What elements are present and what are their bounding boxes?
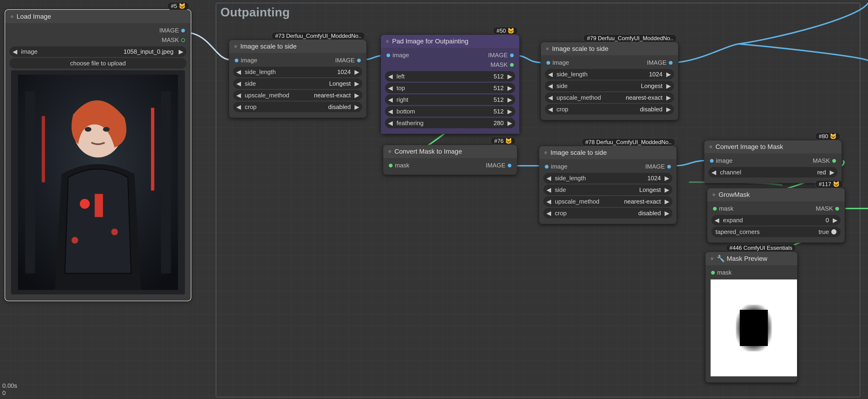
port-out-image[interactable]: IMAGE: [488, 52, 514, 59]
widget-upscale-method[interactable]: ◀upscale_methodnearest-exact▶: [233, 90, 362, 100]
node-title[interactable]: Image scale to side: [539, 146, 677, 159]
group-title: Outpainting: [216, 3, 860, 21]
svg-rect-2: [161, 91, 171, 273]
svg-point-9: [71, 237, 78, 244]
badge: #76 🐱: [491, 137, 516, 145]
stat-count: 0: [2, 390, 17, 397]
badge: #79 Derfuu_ComfyUI_ModdedNo..: [583, 34, 677, 42]
node-convert-mask-76[interactable]: #76 🐱 Convert Mask to Image mask IMAGE: [383, 145, 517, 175]
widget-side[interactable]: ◀sideLongest▶: [544, 185, 672, 195]
svg-point-8: [111, 228, 118, 235]
port-out-image[interactable]: IMAGE: [647, 59, 673, 66]
port-in-image[interactable]: image: [235, 57, 257, 64]
stats: 0.00s 0: [2, 382, 17, 397]
node-title[interactable]: Image scale to side: [229, 40, 366, 53]
widget-crop[interactable]: ◀cropdisabled▶: [544, 208, 672, 218]
node-title[interactable]: 🔧 Mask Preview: [706, 252, 797, 265]
badge: #5 🐱: [167, 2, 189, 10]
widget-side[interactable]: ◀sideLongest▶: [545, 81, 674, 91]
badge: #446 ComfyUI Essentials: [726, 244, 796, 252]
svg-rect-3: [151, 108, 154, 190]
badge: #73 Derfuu_ComfyUI_ModdedNo..: [272, 32, 365, 40]
node-image-scale-78[interactable]: #78 Derfuu_ComfyUI_ModdedNo.. Image scal…: [539, 146, 677, 224]
badge: #78 Derfuu_ComfyUI_ModdedNo..: [582, 138, 675, 146]
widget-side-length[interactable]: ◀side_length1024▶: [544, 173, 672, 183]
widget-feathering[interactable]: ◀feathering280▶: [385, 118, 515, 128]
widget-side[interactable]: ◀sideLongest▶: [233, 79, 362, 89]
port-out-image[interactable]: IMAGE: [335, 57, 361, 64]
widget-right[interactable]: ◀right512▶: [385, 95, 515, 105]
svg-rect-1: [25, 91, 35, 273]
node-title[interactable]: Convert Image to Mask: [704, 140, 842, 153]
widget-upscale-method[interactable]: ◀upscale_methodnearest-exact▶: [544, 196, 672, 207]
port-out-mask[interactable]: MASK: [488, 61, 514, 68]
port-in-image[interactable]: image: [710, 157, 733, 164]
widget-crop[interactable]: ◀cropdisabled▶: [233, 102, 362, 112]
widget-channel[interactable]: ◀channelred▶: [709, 167, 837, 178]
widget-top[interactable]: ◀top512▶: [385, 83, 515, 93]
badge: #80 🐱: [815, 132, 840, 140]
widget-side-length[interactable]: ◀side_length1024▶: [545, 69, 674, 80]
svg-rect-7: [95, 194, 103, 217]
node-pad-image-50[interactable]: #50 🐱 Pad Image for Outpainting image IM…: [381, 35, 520, 134]
widget-bottom[interactable]: ◀bottom512▶: [385, 106, 515, 117]
svg-rect-14: [740, 310, 768, 346]
port-out-mask[interactable]: MASK: [813, 157, 836, 164]
port-in-image[interactable]: image: [547, 59, 569, 66]
svg-point-6: [80, 199, 90, 209]
node-image-scale-79[interactable]: #79 Derfuu_ComfyUI_ModdedNo.. Image scal…: [540, 42, 678, 120]
image-preview[interactable]: [11, 70, 185, 295]
chevron-right-icon[interactable]: ▶: [176, 48, 186, 55]
mask-preview-image[interactable]: [711, 279, 797, 376]
svg-point-11: [103, 127, 110, 132]
node-image-scale-73[interactable]: #73 Derfuu_ComfyUI_ModdedNo.. Image scal…: [229, 40, 367, 118]
node-grow-mask-117[interactable]: #117 🐱 GrowMask mask MASK ◀expand0▶ tape…: [707, 188, 845, 243]
node-title[interactable]: GrowMask: [707, 188, 845, 201]
node-convert-image-80[interactable]: #80 🐱 Convert Image to Mask image MASK ◀…: [704, 140, 842, 183]
port-out-image[interactable]: IMAGE: [486, 162, 512, 169]
chevron-left-icon[interactable]: ◀: [10, 48, 20, 55]
port-in-mask[interactable]: mask: [389, 162, 409, 169]
node-title[interactable]: Convert Mask to Image: [383, 145, 517, 158]
widget-upscale-method[interactable]: ◀upscale_methodnearest-exact▶: [545, 92, 674, 103]
port-in-mask[interactable]: mask: [711, 269, 732, 276]
widget-side-length[interactable]: ◀side_length1024▶: [233, 67, 362, 77]
svg-point-10: [85, 127, 91, 132]
badge: #117 🐱: [815, 180, 843, 188]
port-in-image[interactable]: image: [545, 163, 567, 170]
node-mask-preview-446[interactable]: #446 ComfyUI Essentials 🔧 Mask Preview m…: [705, 252, 798, 383]
widget-crop[interactable]: ◀cropdisabled▶: [545, 104, 674, 114]
svg-rect-4: [41, 116, 45, 182]
widget-image-file[interactable]: ◀ image 1058_input_0.jpeg ▶: [9, 47, 186, 57]
port-out-image[interactable]: IMAGE: [645, 163, 671, 170]
badge: #50 🐱: [493, 27, 518, 35]
widget-expand[interactable]: ◀expand0▶: [712, 215, 840, 225]
node-title[interactable]: Image scale to side: [541, 42, 678, 55]
stat-time: 0.00s: [2, 382, 17, 390]
port-in-image[interactable]: image: [386, 52, 409, 59]
port-out-mask[interactable]: MASK: [159, 36, 185, 44]
port-out-image[interactable]: IMAGE: [159, 27, 185, 34]
node-load-image[interactable]: #5 🐱 Load Image IMAGE MASK ◀ image 1058_…: [5, 10, 191, 301]
port-out-mask[interactable]: MASK: [816, 205, 839, 212]
upload-button[interactable]: choose file to upload: [9, 58, 186, 68]
port-in-mask[interactable]: mask: [713, 205, 734, 212]
node-title[interactable]: Load Image: [5, 10, 191, 23]
widget-left[interactable]: ◀left512▶: [385, 71, 515, 82]
node-title[interactable]: Pad Image for Outpainting: [381, 35, 519, 48]
widget-tapered-corners[interactable]: tapered_cornerstrue: [712, 227, 840, 237]
